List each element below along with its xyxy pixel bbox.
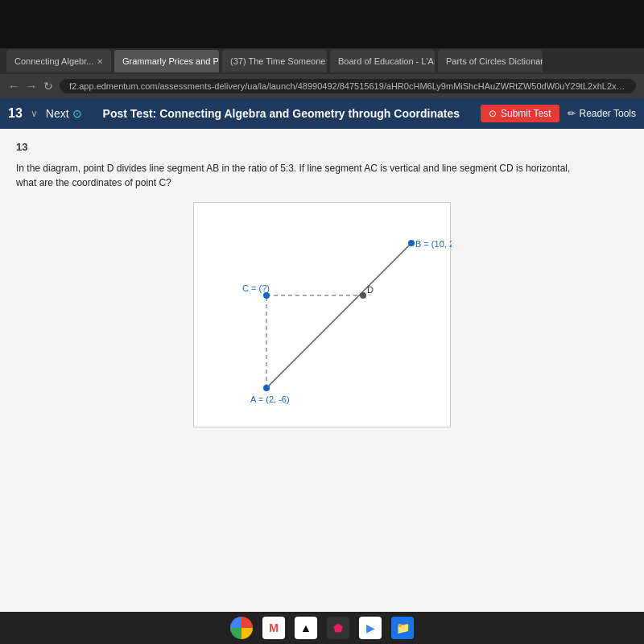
next-label: Next: [46, 107, 69, 120]
taskbar-drive-icon[interactable]: ▲: [295, 617, 317, 639]
toolbar-title: Post Test: Connecting Algebra and Geomet…: [90, 107, 473, 120]
top-dark-area: [0, 0, 644, 48]
taskbar-photos-icon[interactable]: ⬟: [327, 617, 349, 639]
tab-board[interactable]: Board of Education - L'Anse C... ✕: [330, 50, 435, 72]
taskbar-play-icon[interactable]: ▶: [359, 617, 382, 639]
tab-grammarly[interactable]: Grammarly Prices and Plans ✕: [114, 50, 219, 72]
point-c: [263, 292, 270, 299]
tab-label: (37) The Time Someone T...: [230, 56, 327, 66]
tab-time[interactable]: (37) The Time Someone T... ✕: [222, 50, 327, 72]
taskbar-chrome-icon[interactable]: [230, 617, 253, 639]
back-icon[interactable]: ←: [8, 80, 19, 93]
point-b: [408, 240, 415, 246]
taskbar: M ▲ ⬟ ▶ 📁: [0, 612, 644, 644]
point-b-label: B = (10, 2): [415, 239, 452, 249]
geometry-diagram: A = (2, -6) B = (10, 2) C = (?) D: [194, 203, 452, 428]
point-a-label: A = (2, -6): [250, 394, 290, 404]
question-text: In the diagram, point D divides line seg…: [16, 161, 580, 190]
refresh-icon[interactable]: ↻: [43, 80, 53, 93]
address-bar-row: ← → ↻ f2.app.edmentum.com/assessments-de…: [0, 74, 644, 98]
reader-tools-icon: ✏: [568, 108, 576, 119]
line-ab: [266, 243, 411, 388]
point-c-label: C = (?): [242, 283, 270, 293]
point-a: [263, 385, 270, 391]
reader-tools-label: Reader Tools: [580, 108, 637, 119]
submit-circle-icon: ⊙: [489, 108, 497, 119]
submit-label: Submit Test: [501, 108, 551, 119]
tab-label: Board of Education - L'Anse C...: [338, 56, 435, 66]
point-d-label: D: [367, 285, 374, 295]
diagram-container: A = (2, -6) B = (10, 2) C = (?) D: [16, 202, 628, 427]
tab-label: Connecting Algebr...: [14, 56, 93, 66]
question-number-toolbar: 13: [8, 106, 23, 121]
diagram-svg: A = (2, -6) B = (10, 2) C = (?) D: [193, 202, 451, 427]
point-d: [360, 292, 366, 299]
next-arrow-icon: ⊙: [72, 107, 82, 120]
app-toolbar: 13 ∨ Next ⊙ Post Test: Connecting Algebr…: [0, 98, 644, 129]
taskbar-gmail-icon[interactable]: M: [262, 617, 285, 639]
tab-close-icon[interactable]: ✕: [97, 57, 103, 66]
tab-label: Parts of Circles Dictionary | Sc...: [446, 56, 543, 66]
reader-tools-button[interactable]: ✏ Reader Tools: [568, 108, 637, 119]
chevron-down-icon: ∨: [31, 108, 38, 119]
tab-connecting-algebra[interactable]: Connecting Algebr... ✕: [6, 50, 111, 72]
question-number-label: 13: [16, 141, 628, 153]
address-bar[interactable]: f2.app.edmentum.com/assessments-delivery…: [60, 79, 636, 93]
taskbar-files-icon[interactable]: 📁: [391, 617, 414, 639]
tab-label: Grammarly Prices and Plans: [122, 56, 219, 66]
main-content: 13 In the diagram, point D divides line …: [0, 129, 644, 612]
forward-icon[interactable]: →: [26, 80, 37, 93]
next-button[interactable]: Next ⊙: [46, 107, 82, 120]
browser-tab-bar: Connecting Algebr... ✕ Grammarly Prices …: [0, 48, 644, 74]
submit-test-button[interactable]: ⊙ Submit Test: [481, 105, 559, 122]
url-text: f2.app.edmentum.com/assessments-delivery…: [69, 81, 636, 91]
tab-parts[interactable]: Parts of Circles Dictionary | Sc... ✕: [438, 50, 543, 72]
